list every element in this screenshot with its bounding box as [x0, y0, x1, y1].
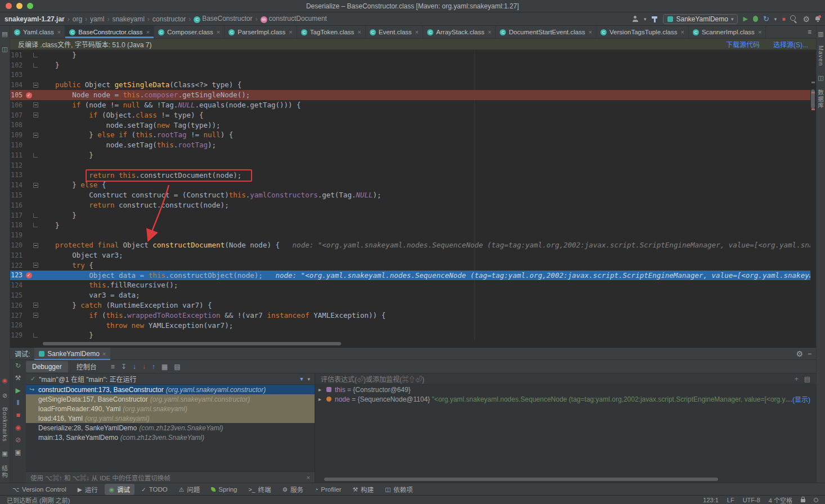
close-tab-icon[interactable]: ×	[488, 29, 491, 35]
fold-gutter[interactable]	[33, 153, 38, 158]
project-tool-icon[interactable]: ▤	[2, 30, 7, 38]
code-line[interactable]: 122 try {	[10, 260, 810, 271]
debug-settings-gear-icon[interactable]: ⚙	[796, 350, 803, 357]
fold-end-icon[interactable]	[33, 333, 38, 338]
variable-row[interactable]: ▸node = {SequenceNode@1104} "<org.yaml.s…	[315, 394, 816, 404]
close-tab-icon[interactable]: ×	[57, 29, 61, 35]
tab-VersionTagsTuple.class[interactable]: CVersionTagsTuple.class×	[597, 26, 689, 38]
fold-open-icon[interactable]	[33, 263, 38, 268]
code-line[interactable]: 121 Object var3;	[10, 250, 810, 260]
fold-end-icon[interactable]	[33, 213, 38, 218]
filter-funnel-icon[interactable]: ▼	[299, 376, 304, 382]
toolwindow-button-服务[interactable]: ⚙服务	[277, 484, 307, 495]
code-line[interactable]: 109 } else if (this.rootTag != null) {	[10, 130, 810, 140]
line-separator[interactable]: LF	[727, 497, 734, 503]
breakpoint-icon[interactable]: ✓	[26, 92, 32, 98]
code-editor[interactable]: 101 }102 }103104 public Object getSingle…	[10, 50, 816, 347]
fold-open-icon[interactable]	[33, 303, 38, 308]
stack-frame[interactable]: main:13, SankeYamlDemo (com.zh1z3ven.Sna…	[26, 433, 315, 442]
fold-end-icon[interactable]	[33, 153, 38, 158]
close-hint-icon[interactable]: ×	[307, 474, 310, 481]
tab-BaseConstructor.class[interactable]: CBaseConstructor.class×	[65, 26, 154, 38]
code-line[interactable]: 105✓ Node node = this.composer.getSingle…	[10, 90, 810, 100]
notifications-bell-icon[interactable]	[815, 16, 820, 22]
run-with-coverage-icon[interactable]: ↻	[763, 15, 769, 23]
breakpoint-gutter[interactable]: ✓	[25, 272, 33, 278]
code-line[interactable]: 107 if (Object.class != type) {	[10, 110, 810, 120]
maven-icon[interactable]: ▥	[818, 30, 823, 38]
toolwindow-button-问题[interactable]: ⚠问题	[174, 484, 204, 495]
variable-row[interactable]: ▸this = {Constructor@649}	[315, 385, 816, 394]
panel-layout-icon[interactable]: ▤	[804, 375, 810, 383]
breadcrumb-item[interactable]: snakeyaml-1.27.jar	[5, 15, 65, 23]
fold-gutter[interactable]	[33, 112, 38, 118]
tab-Event.class[interactable]: CEvent.class×	[366, 26, 423, 38]
fold-gutter[interactable]	[33, 333, 38, 338]
breadcrumb-item[interactable]: snakeyaml	[112, 15, 144, 23]
reader-mode-icon[interactable]	[814, 498, 818, 502]
code-line[interactable]: 117 }	[10, 210, 810, 220]
close-session-icon[interactable]: ×	[102, 350, 106, 357]
fold-end-icon[interactable]	[33, 53, 38, 57]
show-execution-point-icon[interactable]: ↧	[121, 363, 127, 371]
debug-session-tab[interactable]: SankeYamlDemo ×	[34, 348, 110, 360]
rerun-debug-icon[interactable]: ↻	[15, 362, 21, 370]
toolwindow-button-Profiler[interactable]: ◔Profiler	[310, 485, 346, 494]
code-line[interactable]: 120 protected final Object constructDocu…	[10, 240, 810, 250]
code-line[interactable]: 101 }	[10, 50, 810, 60]
tab-debugger[interactable]: Debugger	[26, 361, 68, 372]
expand-chevron-icon[interactable]: ▸	[319, 386, 326, 393]
horizontal-scrollbar[interactable]	[43, 342, 341, 345]
close-tab-icon[interactable]: ×	[758, 29, 761, 35]
stop-icon[interactable]: ■	[16, 412, 20, 419]
code-line[interactable]: 115 Construct construct = (Construct)thi…	[10, 190, 810, 200]
modify-run-config-icon[interactable]: ⚒	[15, 375, 21, 382]
read-only-lock-icon[interactable]	[801, 499, 805, 502]
stack-frame[interactable]: load:416, Yaml (org.yaml.snakeyaml)	[26, 413, 315, 423]
layout-settings-icon[interactable]: ▤	[174, 363, 180, 371]
view-breakpoints-icon[interactable]: ◉	[15, 424, 21, 431]
chevron-down-icon[interactable]: ▾	[307, 376, 310, 382]
code-line[interactable]: 108 node.setTag(new Tag(type));	[10, 120, 810, 130]
resume-icon[interactable]: ▶	[15, 387, 20, 394]
bookmarks-tool-button[interactable]: Bookmarks	[2, 407, 8, 442]
close-tab-icon[interactable]: ×	[146, 29, 150, 35]
breadcrumb-item[interactable]: mconstructDocument	[261, 15, 327, 23]
thread-status-row[interactable]: ✓ "main"@1 在组 "main": 正在运行 ▼ ▾	[26, 374, 315, 385]
camera-tool-icon[interactable]: ▣	[2, 450, 7, 457]
fold-open-icon[interactable]	[33, 83, 38, 88]
code-line[interactable]: 112	[10, 160, 810, 170]
error-stripe-mark[interactable]	[811, 92, 815, 93]
tab-ArrayStack.class[interactable]: CArrayStack.class×	[423, 26, 496, 38]
download-sources-link[interactable]: 下载源代码	[726, 39, 760, 49]
error-stripe-mark[interactable]	[811, 82, 815, 83]
fold-open-icon[interactable]	[33, 243, 38, 248]
fold-gutter[interactable]	[33, 303, 38, 308]
expand-chevron-icon[interactable]: ▸	[319, 396, 326, 402]
pause-icon[interactable]: ‖	[17, 399, 20, 407]
tab-console[interactable]: 控制台	[70, 360, 103, 373]
evaluate-expression-input[interactable]: 评估表达式(⏎)或添加监视(⌘⇧⏎) + ▤	[315, 374, 816, 385]
fold-end-icon[interactable]	[33, 223, 38, 227]
mute-breakpoints-stripe-icon[interactable]: ⊘	[2, 392, 7, 399]
tab-DocumentStartEvent.class[interactable]: CDocumentStartEvent.class×	[496, 26, 597, 38]
breakpoint-gutter[interactable]: ✓	[25, 92, 33, 98]
caret-position[interactable]: 123:1	[703, 497, 719, 503]
fold-open-icon[interactable]	[33, 102, 38, 107]
code-line[interactable]: 127 if (this.wrappedToRootException && !…	[10, 310, 810, 321]
fold-open-icon[interactable]	[33, 112, 38, 118]
code-line[interactable]: 119	[10, 230, 810, 240]
force-step-into-icon[interactable]: ↓	[142, 363, 146, 371]
fold-gutter[interactable]	[33, 213, 38, 218]
structure-tool-button[interactable]: 结构	[1, 465, 9, 478]
chevron-down-icon[interactable]: ▾	[774, 16, 777, 22]
fold-open-icon[interactable]	[33, 183, 38, 188]
fold-gutter[interactable]	[33, 83, 38, 88]
code-line[interactable]: 126 } catch (RuntimeException var7) {	[10, 300, 810, 310]
hide-panel-icon[interactable]: −	[808, 350, 811, 358]
fold-gutter[interactable]	[33, 133, 38, 138]
close-tab-icon[interactable]: ×	[415, 29, 419, 35]
toolwindow-button-终端[interactable]: >_终端	[244, 484, 275, 495]
debug-button[interactable]	[753, 16, 758, 22]
maximize-window-button[interactable]	[27, 3, 33, 9]
